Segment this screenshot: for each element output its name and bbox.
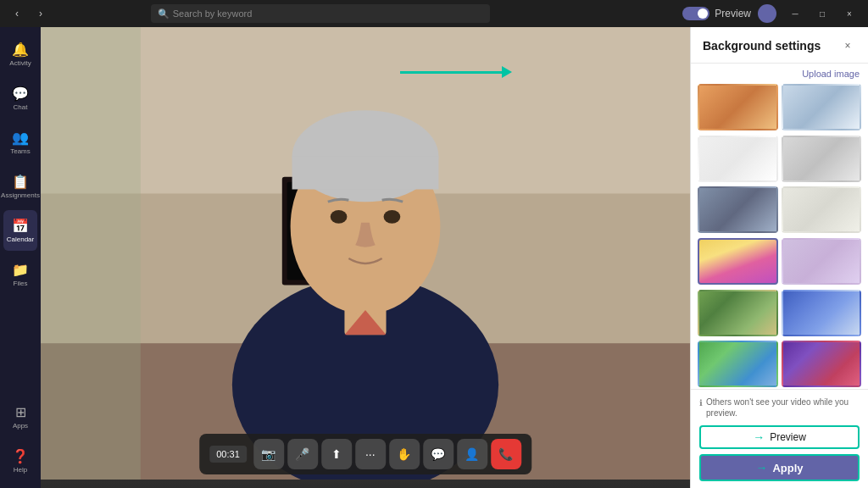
sidebar-label-apps: Apps xyxy=(13,422,28,430)
preview-toggle[interactable]: Preview xyxy=(682,7,751,20)
bg-thumb-11[interactable] xyxy=(698,341,778,387)
sidebar-label-help: Help xyxy=(14,466,27,474)
sidebar-label-assignments: Assignments xyxy=(1,191,40,199)
svg-point-12 xyxy=(384,210,401,224)
bg-thumb-6[interactable] xyxy=(782,186,862,233)
maximize-button[interactable]: □ xyxy=(810,5,834,22)
calendar-icon: 📅 xyxy=(12,218,29,234)
raise-hand-button[interactable]: ✋ xyxy=(389,439,420,469)
bg-thumb-12[interactable] xyxy=(782,341,862,387)
info-icon: ℹ xyxy=(699,397,703,408)
bg-thumb-10[interactable] xyxy=(782,290,862,336)
titlebar-right: Preview ─ □ × xyxy=(682,4,861,23)
sidebar-item-teams[interactable]: 👥 Teams xyxy=(3,122,37,163)
mic-button[interactable]: 🎤 xyxy=(287,439,318,469)
bg-thumb-8[interactable] xyxy=(782,238,862,285)
preview-btn-label: Preview xyxy=(770,431,806,443)
assignments-icon: 📋 xyxy=(12,174,29,190)
background-settings-panel: Background settings × Upload image ℹ Oth… xyxy=(690,27,868,488)
titlebar: ‹ › 🔍 Search by keyword Preview ─ □ × xyxy=(0,0,868,27)
video-canvas xyxy=(41,27,690,480)
arrow-line xyxy=(400,71,502,74)
call-controls: 00:31 📷 🎤 ⬆ ··· ✋ 💬 👤 📞 xyxy=(199,434,531,474)
minimize-button[interactable]: ─ xyxy=(783,5,807,22)
files-icon: 📁 xyxy=(12,262,29,278)
main-area: 🔔 Activity 💬 Chat 👥 Teams 📋 Assignments … xyxy=(0,27,868,488)
end-call-icon: 📞 xyxy=(498,447,513,461)
upload-image-button[interactable]: Upload image xyxy=(802,69,860,79)
bg-thumb-9[interactable] xyxy=(698,290,778,336)
nav-controls: ‹ › xyxy=(7,3,51,24)
search-bar[interactable]: 🔍 Search by keyword xyxy=(151,4,490,23)
share-button[interactable]: ⬆ xyxy=(321,439,352,469)
back-button[interactable]: ‹ xyxy=(7,3,27,24)
svg-point-11 xyxy=(331,210,348,224)
sidebar-item-chat[interactable]: 💬 Chat xyxy=(3,78,37,119)
close-window-button[interactable]: × xyxy=(837,5,861,22)
background-grid xyxy=(691,84,868,389)
apply-btn-label: Apply xyxy=(772,462,803,474)
sidebar-item-apps[interactable]: ⊞ Apps xyxy=(3,396,37,437)
sidebar-label-activity: Activity xyxy=(9,59,31,67)
sidebar-label-chat: Chat xyxy=(14,103,28,111)
mic-icon: 🎤 xyxy=(295,447,309,461)
preview-note: ℹ Others won't see your video while you … xyxy=(699,396,860,419)
user-avatar[interactable] xyxy=(758,4,776,23)
sidebar: 🔔 Activity 💬 Chat 👥 Teams 📋 Assignments … xyxy=(0,27,41,488)
chat-button[interactable]: 💬 xyxy=(423,439,453,469)
panel-header: Background settings × xyxy=(691,27,868,64)
svg-rect-3 xyxy=(41,27,141,480)
more-icon: ··· xyxy=(365,447,376,461)
forward-button[interactable]: › xyxy=(31,3,51,24)
video-icon: 📷 xyxy=(261,447,275,461)
sidebar-item-files[interactable]: 📁 Files xyxy=(3,254,37,295)
teams-icon: 👥 xyxy=(12,130,29,146)
toggle-switch[interactable] xyxy=(682,7,709,20)
chat-icon: 💬 xyxy=(12,86,29,102)
bg-thumb-2[interactable] xyxy=(782,84,862,130)
chat-ctrl-icon: 💬 xyxy=(431,447,445,461)
sidebar-item-assignments[interactable]: 📋 Assignments xyxy=(3,166,37,207)
apply-arrow-icon: → xyxy=(755,461,767,474)
people-icon: 👤 xyxy=(465,447,479,461)
panel-title: Background settings xyxy=(703,39,821,53)
preview-arrow-icon: → xyxy=(753,430,765,444)
activity-icon: 🔔 xyxy=(12,42,29,58)
apps-icon: ⊞ xyxy=(15,404,26,420)
end-call-button[interactable]: 📞 xyxy=(491,439,521,469)
sidebar-item-help[interactable]: ❓ Help xyxy=(3,441,37,481)
help-icon: ❓ xyxy=(12,448,29,464)
bg-thumb-5[interactable] xyxy=(698,186,778,233)
apply-button[interactable]: → Apply xyxy=(699,454,860,481)
search-icon: 🔍 xyxy=(158,8,170,19)
preview-button[interactable]: → Preview xyxy=(699,425,860,449)
more-button[interactable]: ··· xyxy=(355,439,386,469)
sidebar-label-calendar: Calendar xyxy=(7,236,34,243)
people-button[interactable]: 👤 xyxy=(457,439,487,469)
sidebar-label-files: Files xyxy=(14,280,28,287)
bg-thumb-4[interactable] xyxy=(782,136,862,182)
arrow-head xyxy=(502,66,512,78)
search-placeholder: Search by keyword xyxy=(173,8,253,19)
bg-thumb-3[interactable] xyxy=(698,136,778,182)
preview-note-text: Others won't see your video while you pr… xyxy=(706,396,860,419)
panel-close-button[interactable]: × xyxy=(839,37,856,54)
svg-rect-10 xyxy=(292,156,439,189)
video-button[interactable]: 📷 xyxy=(253,439,284,469)
toggle-knob xyxy=(698,8,708,19)
raise-hand-icon: ✋ xyxy=(397,447,411,461)
share-icon: ⬆ xyxy=(331,447,342,461)
call-timer: 00:31 xyxy=(209,446,247,463)
arrow-annotation xyxy=(400,66,512,78)
upload-row: Upload image xyxy=(691,64,868,84)
panel-footer: ℹ Others won't see your video while you … xyxy=(691,389,868,488)
video-area: 00:31 📷 🎤 ⬆ ··· ✋ 💬 👤 📞 xyxy=(41,27,690,488)
bg-thumb-1[interactable] xyxy=(698,84,778,130)
bg-thumb-7[interactable] xyxy=(698,238,778,285)
sidebar-label-teams: Teams xyxy=(10,147,31,155)
sidebar-item-calendar[interactable]: 📅 Calendar xyxy=(3,210,37,251)
window-controls: ─ □ × xyxy=(783,5,861,22)
sidebar-item-activity[interactable]: 🔔 Activity xyxy=(3,34,37,75)
preview-label: Preview xyxy=(715,8,751,19)
